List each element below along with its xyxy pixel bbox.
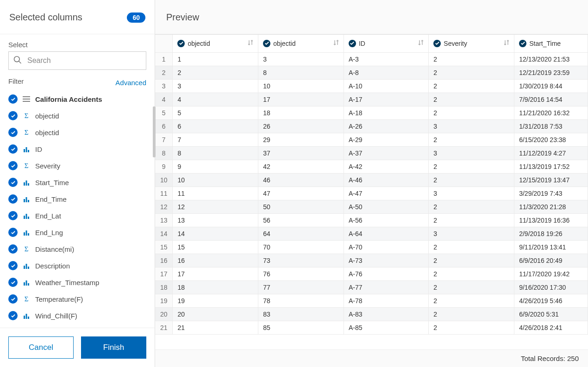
filter-item-label: Severity [35, 162, 60, 170]
table-cell: 7/9/2016 14:54 [514, 93, 588, 106]
table-row[interactable]: 9942A-42211/13/2019 17:52 [155, 160, 588, 173]
svg-rect-26 [24, 316, 25, 319]
column-header[interactable]: Severity [429, 35, 514, 52]
filter-item[interactable]: End_Lng [8, 224, 146, 241]
filter-item[interactable]: Σobjectid [8, 124, 146, 141]
table-row[interactable]: 181877A-7729/16/2020 17:30 [155, 280, 588, 294]
svg-point-0 [14, 56, 20, 62]
column-check-icon[interactable] [177, 40, 185, 47]
table-row[interactable]: 6626A-2631/31/2018 7:53 [155, 119, 588, 133]
table-row[interactable]: 101046A-46212/15/2019 13:47 [155, 173, 588, 187]
row-number-cell: 9 [155, 160, 173, 173]
advanced-link[interactable]: Advanced [115, 79, 146, 87]
sort-icon[interactable] [504, 39, 509, 47]
column-header[interactable]: ID [344, 35, 428, 52]
bars-type-icon [22, 312, 31, 319]
filter-item[interactable]: Σobjectid [8, 107, 146, 124]
preview-header: Preview [155, 0, 588, 34]
column-check-icon[interactable] [433, 40, 441, 47]
check-icon[interactable] [8, 111, 18, 120]
table-row[interactable]: 202083A-8326/9/2020 5:31 [155, 307, 588, 321]
filter-label: Filter [8, 77, 24, 85]
column-header[interactable]: objectid [173, 35, 258, 52]
check-icon[interactable] [8, 311, 18, 320]
filter-item[interactable]: ΣSeverity [8, 157, 146, 174]
sort-icon[interactable] [248, 39, 253, 47]
check-icon[interactable] [8, 144, 18, 154]
table-row[interactable]: 113A-3212/13/2020 21:53 [155, 52, 588, 66]
table-cell: 2 [429, 93, 514, 106]
table-row[interactable]: 111147A-4733/29/2019 7:43 [155, 187, 588, 200]
filter-item[interactable]: California Accidents [8, 91, 146, 107]
svg-rect-10 [28, 183, 29, 186]
sidebar-header: Selected columns 60 [0, 0, 155, 34]
table-row[interactable]: 228A-8212/21/2019 23:59 [155, 66, 588, 79]
table-row[interactable]: 121250A-50211/3/2020 21:28 [155, 200, 588, 213]
sort-icon[interactable] [333, 39, 339, 47]
filter-item[interactable]: Wind_Chill(F) [8, 307, 146, 324]
cancel-button[interactable]: Cancel [8, 336, 74, 359]
filter-item[interactable]: Weather_Timestamp [8, 274, 146, 291]
column-check-icon[interactable] [519, 40, 526, 47]
check-icon[interactable] [8, 228, 18, 237]
table-row[interactable]: 7729A-2926/15/2020 23:38 [155, 133, 588, 146]
filter-item[interactable]: Description [8, 257, 146, 274]
finish-button[interactable]: Finish [81, 336, 146, 359]
column-header[interactable]: Start_Time [514, 35, 588, 52]
sort-icon[interactable] [418, 39, 424, 47]
svg-rect-8 [24, 182, 25, 186]
filter-item[interactable]: Start_Time [8, 174, 146, 191]
table-row[interactable]: 151570A-7029/11/2019 13:41 [155, 240, 588, 254]
table-cell: 6 [173, 119, 258, 133]
filter-item[interactable]: End_Lat [8, 207, 146, 224]
table-row[interactable]: 4417A-1727/9/2016 14:54 [155, 93, 588, 106]
check-icon[interactable] [8, 178, 18, 187]
table-row[interactable]: 5518A-18211/21/2020 16:32 [155, 106, 588, 119]
check-icon[interactable] [8, 278, 18, 287]
check-icon[interactable] [8, 128, 18, 137]
column-header[interactable]: objectid [258, 35, 344, 52]
table-cell: 19 [173, 294, 258, 307]
table-cell: 11/17/2020 19:42 [514, 267, 588, 280]
filter-item[interactable]: ID [8, 141, 146, 157]
filter-item[interactable]: End_Time [8, 191, 146, 207]
table-row[interactable]: 141464A-6432/9/2018 19:26 [155, 227, 588, 240]
check-icon[interactable] [8, 161, 18, 170]
table-cell: A-26 [344, 119, 428, 133]
table-cell: A-18 [344, 106, 428, 119]
table-row[interactable]: 212185A-8524/26/2018 2:41 [155, 321, 588, 334]
check-icon[interactable] [8, 94, 18, 104]
filter-item[interactable]: ΣTemperature(F) [8, 291, 146, 307]
table-row[interactable]: 131356A-56211/13/2019 16:36 [155, 213, 588, 227]
total-records-value: 250 [567, 355, 579, 362]
table-row[interactable]: 171776A-76211/17/2020 19:42 [155, 267, 588, 280]
filter-item[interactable]: ΣDistance(mi) [8, 241, 146, 257]
bars-type-icon [22, 179, 31, 186]
check-icon[interactable] [8, 244, 18, 254]
table-cell: 83 [258, 307, 344, 321]
table-cell: 5 [173, 106, 258, 119]
table-row[interactable]: 3310A-1021/30/2019 8:44 [155, 79, 588, 93]
table-cell: A-3 [344, 52, 428, 66]
check-icon[interactable] [8, 294, 18, 304]
column-check-icon[interactable] [349, 40, 356, 47]
table-cell: 2 [429, 321, 514, 334]
check-icon[interactable] [8, 261, 18, 270]
column-check-icon[interactable] [263, 40, 270, 47]
sigma-type-icon: Σ [22, 112, 31, 120]
check-icon[interactable] [8, 194, 18, 204]
svg-rect-13 [28, 200, 29, 202]
table-row[interactable]: 191978A-7824/26/2019 5:46 [155, 294, 588, 307]
table-cell: 2 [429, 200, 514, 213]
search-input[interactable] [8, 51, 146, 70]
preview-table-scroll[interactable]: objectidobjectidIDSeverityStart_Time 113… [155, 34, 588, 349]
table-cell: A-42 [344, 160, 428, 173]
table-row[interactable]: 161673A-7326/9/2016 20:49 [155, 254, 588, 267]
table-cell: 18 [258, 106, 344, 119]
table-row[interactable]: 8837A-37311/12/2019 4:27 [155, 146, 588, 160]
check-icon[interactable] [8, 211, 18, 220]
row-number-cell: 6 [155, 119, 173, 133]
resize-handle[interactable] [153, 106, 156, 157]
table-cell: 2 [429, 294, 514, 307]
row-number-cell: 20 [155, 307, 173, 321]
